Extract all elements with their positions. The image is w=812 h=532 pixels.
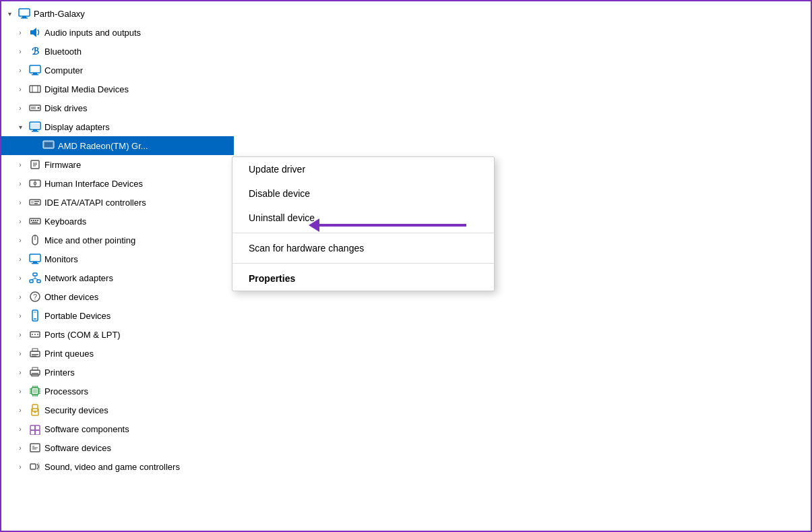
list-item: Other devices [44,292,98,302]
svg-rect-7 [33,73,37,74]
monitor-icon [28,63,42,77]
tree-item-network[interactable]: › Network adapters [1,268,234,287]
list-item: Computer [44,65,83,76]
list-item: Portable Devices [44,311,111,321]
svg-point-56 [32,334,33,335]
keyboard-icon [28,214,42,228]
tree-item-softcomp[interactable]: › Software components [1,419,234,438]
context-menu-item-update-driver[interactable]: Update driver [232,157,494,181]
svg-rect-6 [30,65,40,73]
svg-rect-45 [30,280,33,283]
chevron-down-icon: ▾ [15,121,26,132]
list-item: Mice and other pointing [44,235,135,245]
svg-rect-87 [35,430,40,435]
speaker-icon [28,26,42,39]
svg-rect-62 [32,356,36,357]
svg-rect-37 [37,220,38,221]
svg-rect-19 [31,123,39,128]
list-item: Network adapters [44,273,113,283]
uninstall-device-label: Uninstall device [249,212,315,223]
svg-rect-35 [33,220,34,221]
hid-icon [28,177,42,190]
tree-item-bluetooth[interactable]: › ℬ Bluetooth [1,42,234,61]
svg-rect-9 [30,86,40,92]
chevron-right-icon: › [15,310,26,321]
svg-rect-86 [30,430,35,435]
tree-item-monitors[interactable]: › Monitors [1,249,234,268]
tree-item-diskdrives[interactable]: › Disk drives [1,98,234,117]
tree-item-softdev[interactable]: › Software devices [1,438,234,457]
device-manager-tree: ▾ Parth-Galaxy › Audio inputs and output… [1,1,234,532]
tree-item-printqueues[interactable]: › Print queues [1,344,234,363]
list-item: Bluetooth [44,47,82,57]
printer-icon [28,365,42,379]
tree-item-ide[interactable]: › IDE ATA/ATAPI controllers [1,193,234,212]
svg-point-57 [34,334,36,335]
list-item: Sound, video and game controllers [44,462,180,472]
disk-icon [28,101,42,115]
svg-point-13 [38,107,40,109]
ide-icon [28,196,42,209]
list-item: AMD Radeon(TM) Gr... [58,141,148,151]
svg-rect-31 [34,201,39,202]
tree-item-displayadapters[interactable]: ▾ Display adapters [1,117,234,136]
tree-item-security[interactable]: › Security devices [1,401,234,419]
tree-item-sound[interactable]: › Sound, video and game controllers [1,457,234,476]
chevron-right-icon: › [15,102,26,113]
tree-item-firmware[interactable]: › Firmware [1,155,234,174]
svg-rect-65 [32,373,38,374]
processor-icon [28,384,42,398]
svg-rect-34 [31,220,32,221]
chevron-right-icon: › [15,46,26,57]
svg-rect-85 [35,425,40,430]
context-menu-item-properties[interactable]: Properties [232,266,494,291]
list-item: Display adapters [44,122,110,132]
tree-item-computer[interactable]: › Computer [1,61,234,80]
list-item: IDE ATA/ATAPI controllers [44,198,146,208]
svg-rect-42 [33,262,37,263]
chevron-right-icon: › [15,442,26,453]
tree-item-digitalmedia[interactable]: › Digital Media Devices [1,80,234,98]
security-icon [28,403,42,417]
context-menu-item-disable-device[interactable]: Disable device [232,181,494,206]
list-item: Printers [44,367,75,378]
tree-item-audio[interactable]: › Audio inputs and outputs [1,23,234,42]
tree-item-amd[interactable]: › AMD Radeon(TM) Gr... [1,136,234,155]
bluetooth-icon: ℬ [28,45,42,58]
svg-rect-1 [22,16,26,18]
list-item: Human Interface Devices [44,179,143,189]
softdev-icon [28,441,42,454]
list-item: Audio inputs and outputs [44,28,141,38]
tree-root[interactable]: ▾ Parth-Galaxy [1,4,234,23]
svg-rect-81 [32,405,38,411]
svg-text:ℬ: ℬ [32,46,39,57]
tree-item-other[interactable]: › ? Other devices [1,287,234,306]
context-menu-item-scan-hardware[interactable]: Scan for hardware changes [232,236,494,260]
context-menu-separator-2 [232,263,494,264]
svg-rect-18 [32,131,38,132]
list-item: Firmware [44,160,81,170]
svg-rect-38 [32,222,38,223]
tree-item-keyboards[interactable]: › Keyboards [1,212,234,231]
chevron-right-icon: › [15,386,26,396]
tree-root-label: Parth-Galaxy [34,9,85,19]
svg-rect-17 [33,129,37,131]
chevron-right-icon: › [15,272,26,283]
tree-item-hid[interactable]: › Human Interface Devices [1,174,234,193]
list-item: Security devices [44,405,108,415]
disable-device-label: Disable device [249,188,310,199]
computer-icon [18,7,31,20]
list-item: Monitors [44,254,78,264]
svg-text:?: ? [33,293,37,301]
svg-rect-3 [30,30,33,34]
tree-item-printers[interactable]: › Printers [1,363,234,382]
svg-rect-43 [32,263,38,264]
chevron-right-icon: › [15,178,26,189]
tree-item-processors[interactable]: › Processors [1,382,234,401]
tree-item-portable[interactable]: › Portable Devices [1,306,234,325]
chevron-right-icon: › [15,461,26,472]
tree-item-mice[interactable]: › Mice and other pointing [1,231,234,249]
chevron-down-icon: ▾ [4,8,15,19]
svg-rect-54 [34,312,36,313]
tree-item-ports[interactable]: › Ports (COM & LPT) [1,325,234,344]
